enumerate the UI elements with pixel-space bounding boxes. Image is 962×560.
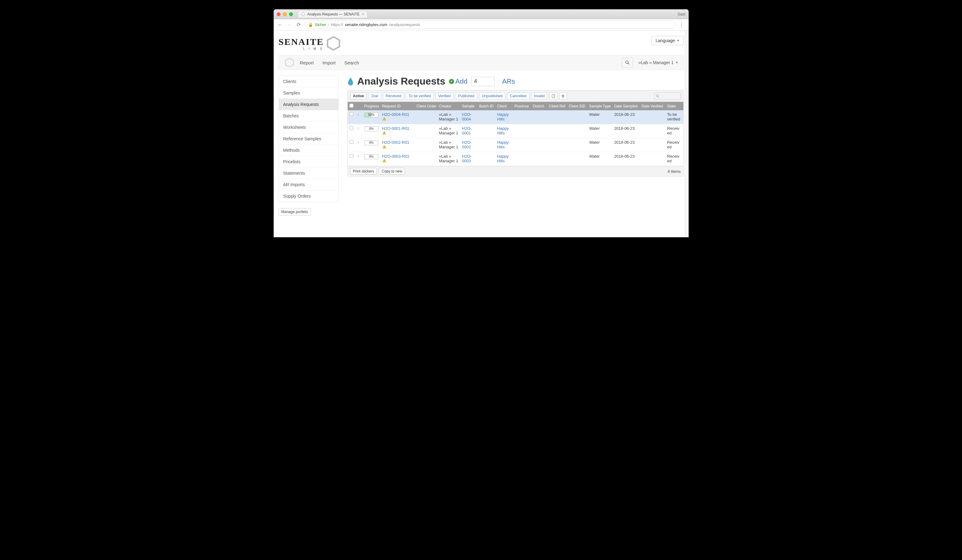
priority-up-icon: ↑ xyxy=(357,140,359,145)
window-titlebar: Analysis Requests — SENAITE × Gast xyxy=(274,9,689,19)
column-header[interactable]: Client Order xyxy=(415,102,437,110)
svg-text:!: ! xyxy=(384,160,385,162)
svg-marker-1 xyxy=(286,58,294,67)
user-menu[interactable]: »Lab » Manager 1 ▼ xyxy=(638,60,678,65)
water-drop-icon xyxy=(347,77,353,85)
copy-to-new-button[interactable]: Copy to new xyxy=(379,168,405,175)
client-link[interactable]: Happy Hills xyxy=(497,154,509,163)
column-header[interactable]: Date Verified xyxy=(640,102,665,110)
sidebar-item-reference-samples[interactable]: Reference Samples xyxy=(279,133,339,145)
state-cell: Received xyxy=(665,152,683,166)
row-checkbox[interactable] xyxy=(350,140,353,144)
sidebar-item-batches[interactable]: Batches xyxy=(279,110,339,122)
table-row[interactable]: ↑0%H2O-0001-R01 !»Lab » Manager 1H2O-000… xyxy=(348,124,683,138)
page-title: Analysis Requests xyxy=(357,76,445,87)
window-close-button[interactable] xyxy=(277,12,281,16)
request-id-link[interactable]: H2O-0004-R01 xyxy=(382,112,409,117)
nav-report[interactable]: Report xyxy=(300,60,314,65)
app-logo[interactable]: SENAITE L I M S xyxy=(279,36,341,51)
svg-line-3 xyxy=(628,63,629,64)
manage-portlets-button[interactable]: Manage portlets xyxy=(279,208,311,216)
column-header[interactable]: Client Ref xyxy=(547,102,567,110)
window-zoom-button[interactable] xyxy=(289,12,293,16)
add-link[interactable]: + Add xyxy=(449,77,467,85)
sidebar-item-supply-orders[interactable]: Supply Orders xyxy=(279,190,339,202)
add-count-input[interactable] xyxy=(471,77,495,86)
url-field[interactable]: 🔒 Sicher | https://senaite.ridingbytes.c… xyxy=(305,21,675,29)
sidebar-item-worksheets[interactable]: Worksheets xyxy=(279,122,339,133)
column-header[interactable]: Creator xyxy=(437,102,460,110)
client-link[interactable]: Happy Hills xyxy=(497,112,509,121)
filter-invalid[interactable]: Invalid xyxy=(531,93,548,100)
client-link[interactable]: Happy Hills xyxy=(497,126,509,135)
back-button[interactable]: ← xyxy=(277,22,284,27)
window-minimize-button[interactable] xyxy=(283,12,287,16)
reload-button[interactable]: ⟳ xyxy=(295,22,302,27)
filter-published[interactable]: Published xyxy=(455,93,477,100)
client-link[interactable]: Happy Hills xyxy=(497,140,509,149)
browser-tab[interactable]: Analysis Requests — SENAITE × xyxy=(298,11,368,18)
filter-cancelled[interactable]: Cancelled xyxy=(507,93,529,100)
sidebar-item-pricelists[interactable]: Pricelists xyxy=(279,156,339,167)
request-id-link[interactable]: H2O-0003-R01 xyxy=(382,154,409,159)
state-cell: Received xyxy=(665,124,683,138)
select-all-checkbox[interactable] xyxy=(350,104,353,108)
user-label: »Lab » Manager 1 xyxy=(638,60,674,65)
sidebar-item-analysis-requests[interactable]: Analysis Requests xyxy=(279,99,339,110)
column-header[interactable]: Progress xyxy=(362,102,380,110)
column-header[interactable]: Date Sampled xyxy=(612,102,640,110)
search-button[interactable] xyxy=(622,58,633,68)
table-search-input[interactable] xyxy=(654,92,681,100)
request-id-link[interactable]: H2O-0002-R01 xyxy=(382,140,409,145)
row-checkbox[interactable] xyxy=(350,112,353,116)
column-header[interactable]: Request ID xyxy=(380,102,415,110)
trash-icon[interactable]: 🗑 xyxy=(559,92,567,100)
sidebar-item-ar-imports[interactable]: AR Imports xyxy=(279,179,339,190)
column-header[interactable]: Sample xyxy=(460,102,478,110)
browser-menu-icon[interactable]: ⋮ xyxy=(678,21,686,28)
sidebar-item-samples[interactable]: Samples xyxy=(279,87,339,99)
table-row[interactable]: ↑0%H2O-0003-R01 !»Lab » Manager 1H2O-000… xyxy=(348,152,683,166)
row-checkbox[interactable] xyxy=(350,154,353,158)
column-header[interactable] xyxy=(348,102,355,110)
clipboard-icon[interactable]: 📋 xyxy=(549,92,557,100)
language-dropdown[interactable]: Language ▼ xyxy=(652,36,683,45)
close-tab-icon[interactable]: × xyxy=(362,12,364,16)
sidebar-item-methods[interactable]: Methods xyxy=(279,145,339,156)
warning-icon: ! xyxy=(382,117,386,121)
add-label: Add xyxy=(455,77,467,85)
filter-verified[interactable]: Verified xyxy=(436,93,454,100)
row-checkbox[interactable] xyxy=(350,126,353,130)
filter-received[interactable]: Received xyxy=(383,93,404,100)
column-header[interactable]: Sample Type xyxy=(587,102,612,110)
print-stickers-button[interactable]: Print stickers xyxy=(350,168,377,175)
table-row[interactable]: ↑50%H2O-0004-R01 !»Lab » Manager 1H2O-00… xyxy=(348,110,683,124)
column-header[interactable]: District xyxy=(531,102,547,110)
nav-import[interactable]: Import xyxy=(323,60,336,65)
sidebar-item-statements[interactable]: Statements xyxy=(279,167,339,179)
filter-unpublished[interactable]: Unpublished xyxy=(479,93,505,100)
sample-link[interactable]: H2O-0004 xyxy=(462,112,472,121)
column-header[interactable]: State xyxy=(665,102,683,110)
sample-link[interactable]: H2O-0001 xyxy=(462,126,472,135)
sidebar-item-clients[interactable]: Clients xyxy=(279,76,339,87)
column-header[interactable]: Batch ID xyxy=(477,102,495,110)
column-header[interactable]: Client SID xyxy=(567,102,587,110)
sample-link[interactable]: H2O-0003 xyxy=(462,154,472,163)
guest-profile-label[interactable]: Gast xyxy=(678,12,685,16)
svg-marker-0 xyxy=(328,37,339,50)
sample-link[interactable]: H2O-0002 xyxy=(462,140,472,149)
ars-link[interactable]: ARs xyxy=(502,77,515,85)
nav-search[interactable]: Search xyxy=(344,60,359,65)
column-header[interactable] xyxy=(355,102,362,110)
scrollbar[interactable] xyxy=(684,31,689,237)
filter-active[interactable]: Active xyxy=(350,93,367,100)
table-row[interactable]: ↑0%H2O-0002-R01 !»Lab » Manager 1H2O-000… xyxy=(348,138,683,152)
request-id-link[interactable]: H2O-0001-R01 xyxy=(382,126,409,131)
home-hexagon-icon[interactable] xyxy=(284,58,294,68)
url-host: senaite.ridingbytes.com xyxy=(345,22,387,27)
filter-to-be-verified[interactable]: To be verified xyxy=(406,93,434,100)
column-header[interactable]: Client xyxy=(495,102,513,110)
filter-due[interactable]: Due xyxy=(369,93,381,100)
column-header[interactable]: Province xyxy=(513,102,531,110)
